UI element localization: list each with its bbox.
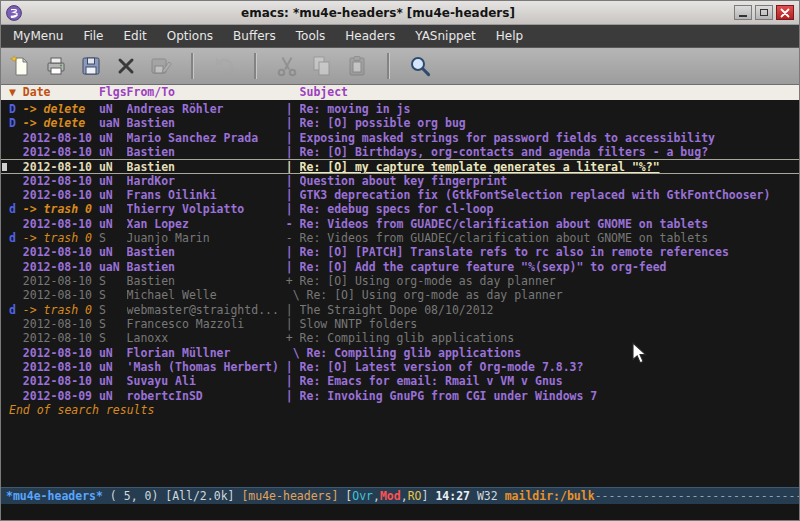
menu-item-tools[interactable]: Tools (286, 25, 336, 47)
message-row[interactable]: 2012-08-10 uN Mario Sanchez Prada | Expo… (1, 131, 799, 145)
column-header-date[interactable]: ▼ Date (9, 85, 99, 100)
row-from: Francesco Mazzoli (127, 317, 286, 331)
menu-item-buffers[interactable]: Buffers (223, 25, 286, 47)
print-button[interactable] (42, 52, 70, 80)
menu-item-mymenu[interactable]: MyMenu (3, 25, 73, 47)
message-row[interactable]: 2012-08-10 S Francesco Mazzoli | Slow NN… (1, 317, 799, 331)
maximize-icon (760, 9, 768, 16)
column-header-subject[interactable]: Subject (300, 85, 348, 100)
search-button[interactable] (406, 52, 434, 80)
message-row[interactable]: 2012-08-10 S Lanoxx + Re: Compiling glib… (1, 331, 799, 345)
close-button[interactable] (776, 5, 794, 20)
row-subject: Re: [O] my capture template generates a … (300, 160, 799, 172)
modeline-segment: ] (422, 489, 436, 504)
row-thread-char: \ (286, 288, 307, 302)
message-row[interactable]: d -> trash 0 S Juanjo Marin - Re: Videos… (1, 231, 799, 245)
menu-item-file[interactable]: File (73, 25, 113, 47)
row-flags: uN (99, 174, 127, 188)
menu-item-yasnippet[interactable]: YASnippet (405, 25, 486, 47)
menu-item-help[interactable]: Help (486, 25, 533, 47)
row-subject: The Straight Dope 08/10/2012 (300, 303, 799, 317)
message-row[interactable]: 2012-08-10 uN Xan Lopez - Re: Videos fro… (1, 217, 799, 231)
row-subject: GTK3 deprecation fix (GtkFontSelection r… (300, 188, 799, 202)
row-mark (9, 288, 23, 302)
row-from: Frans Oilinki (127, 188, 286, 202)
row-flags: S (99, 331, 127, 345)
menu-item-edit[interactable]: Edit (114, 25, 157, 47)
modeline-segment: , (401, 489, 408, 504)
row-thread-char: | (286, 245, 300, 259)
row-from: Mario Sanchez Prada (127, 131, 286, 145)
message-row[interactable]: 2012-08-10 uN HardKor | Question about k… (1, 174, 799, 188)
row-date: 2012-08-10 (23, 317, 99, 331)
row-mark (9, 360, 23, 374)
message-row[interactable]: 2012-08-10 uN 'Mash (Thomas Herbert) | R… (1, 360, 799, 374)
row-from: Lanoxx (127, 331, 286, 345)
modeline-segment: 14:27 (435, 489, 477, 504)
modeline-segment: W32 (477, 489, 505, 504)
new-file-button[interactable] (7, 52, 35, 80)
row-mark (9, 374, 23, 388)
message-row[interactable]: 2012-08-10 uN Bastien | Re: [O] Birthday… (1, 145, 799, 159)
save-icon (79, 54, 103, 78)
window-controls (734, 5, 794, 20)
modeline-segment: [ (345, 489, 352, 504)
toolbar-separator (254, 53, 257, 79)
row-thread-char: | (286, 174, 300, 188)
cut-button (273, 52, 301, 80)
row-date: 2012-08-10 (23, 374, 99, 388)
row-subject: Exposing masked strings for password fie… (300, 131, 799, 145)
row-subject: Re: Emacs for email: Rmail v VM v Gnus (300, 374, 799, 388)
message-row[interactable]: d -> trash 0 uN Thierry Volpiatto | Re: … (1, 202, 799, 216)
message-row[interactable]: D -> delete uaN Bastien | Re: [O] possib… (1, 116, 799, 130)
row-from: Bastien (127, 260, 286, 274)
row-date: 2012-08-10 (23, 346, 99, 360)
row-date: -> delete (23, 102, 99, 116)
row-mark (9, 274, 23, 288)
message-row[interactable]: 2012-08-09 uN robertcInSD | Re: Invoking… (1, 389, 799, 403)
message-row[interactable]: D -> delete uN Andreas Röhler | Re: movi… (1, 102, 799, 116)
row-mark (9, 317, 23, 331)
message-row[interactable]: 2012-08-10 uN Bastien | Re: [O] [PATCH] … (1, 245, 799, 259)
row-subject: Re: moving in js (300, 102, 799, 116)
modeline-segment: Mod (380, 489, 401, 504)
column-header-from[interactable]: From/To (127, 85, 300, 100)
row-mark (9, 174, 23, 188)
row-mark: d (9, 303, 23, 317)
row-thread-char: | (286, 102, 300, 116)
headers-columns-bar: ▼ Date Flgs From/To Subject (1, 85, 799, 100)
row-from: webmaster@straightd... (127, 303, 286, 317)
row-date: 2012-08-10 (23, 288, 99, 302)
message-row[interactable]: 2012-08-10 S Michael Welle \ Re: [O] Usi… (1, 288, 799, 302)
row-from: HardKor (127, 174, 286, 188)
row-from: robertcInSD (127, 389, 286, 403)
save-as-icon (149, 54, 173, 78)
minimize-button[interactable] (734, 5, 752, 20)
copy-button (308, 52, 336, 80)
save-button[interactable] (77, 52, 105, 80)
row-mark (9, 145, 23, 159)
maximize-button[interactable] (755, 5, 773, 20)
message-row[interactable]: 2012-08-10 uN Florian Müllner \ Re: Comp… (1, 346, 799, 360)
row-subject: Re: [O] Using org-mode as day planner (300, 274, 799, 288)
window-title: emacs: *mu4e-headers* [mu4e-headers] (27, 6, 729, 20)
message-row[interactable]: 2012-08-10 uaN Bastien | Re: [O] Add the… (1, 260, 799, 274)
row-from: Xan Lopez (127, 217, 286, 231)
row-thread-char: | (286, 188, 300, 202)
toolbar-separator (191, 53, 194, 79)
message-row[interactable]: d -> trash 0 S webmaster@straightd... | … (1, 303, 799, 317)
headers-buffer: D -> delete uN Andreas Röhler | Re: movi… (1, 100, 799, 487)
message-row[interactable]: 2012-08-10 uN Suvayu Ali | Re: Emacs for… (1, 374, 799, 388)
close-buffer-button[interactable] (112, 52, 140, 80)
minibuffer (1, 504, 799, 520)
row-mark (9, 217, 23, 231)
menu-item-options[interactable]: Options (157, 25, 223, 47)
message-row[interactable]: 2012-08-10 S Bastien + Re: [O] Using org… (1, 274, 799, 288)
message-row[interactable]: 2012-08-10 uN Bastien | Re: [O] my captu… (1, 159, 799, 173)
emacs-app-icon[interactable] (6, 5, 22, 21)
row-date: 2012-08-10 (23, 174, 99, 188)
message-row[interactable]: 2012-08-10 uN Frans Oilinki | GTK3 depre… (1, 188, 799, 202)
menu-item-headers[interactable]: Headers (335, 25, 405, 47)
column-header-flags[interactable]: Flgs (99, 85, 127, 100)
row-thread-char: + (286, 331, 300, 345)
